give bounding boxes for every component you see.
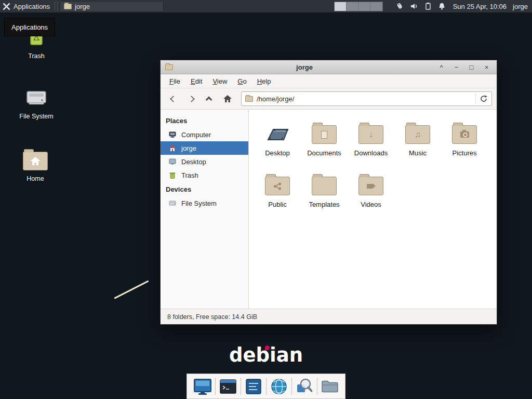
menu-bar: File Edit View Go Help: [161, 74, 497, 88]
places-header: Places: [161, 113, 248, 128]
chevron-left-icon: [170, 96, 177, 102]
taskbar-window-label: jorge: [75, 3, 90, 10]
taskbar-window-button[interactable]: jorge: [60, 1, 164, 12]
dock-display-settings[interactable]: [192, 375, 214, 398]
document-emblem-icon: [321, 131, 327, 139]
bottom-dock: [187, 374, 345, 399]
folder-item-videos[interactable]: Videos: [348, 171, 394, 208]
folder-label: Pictures: [453, 149, 477, 157]
folder-label: Public: [268, 201, 286, 208]
top-panel: Applications jorge: [0, 0, 532, 13]
folder-item-pictures[interactable]: Pictures: [441, 120, 488, 157]
menu-help[interactable]: Help: [252, 75, 276, 87]
forward-button[interactable]: [183, 91, 199, 106]
window-body: Places Computer: [161, 110, 497, 309]
path-bar: [241, 91, 492, 106]
sidebar-item-file-system[interactable]: File System: [161, 196, 248, 210]
path-folder-icon: [245, 96, 253, 102]
folder-item-music[interactable]: ♫ Music: [394, 120, 441, 157]
applications-tooltip: Applications: [4, 18, 55, 36]
window-titlebar[interactable]: jorge ^ − □ ×: [161, 60, 497, 74]
mouse-icon[interactable]: [395, 2, 404, 10]
devices-header: Devices: [161, 182, 248, 196]
share-emblem-icon: [273, 182, 282, 190]
drive-icon: [25, 87, 48, 108]
chevron-right-icon: [188, 96, 195, 102]
chevron-up-icon: [205, 96, 212, 103]
desktop-icon-file-system[interactable]: File System: [11, 87, 61, 120]
menu-file[interactable]: File: [164, 75, 185, 87]
desktop-icon-home[interactable]: Home: [10, 152, 60, 182]
console-icon: [244, 377, 263, 396]
folder-icon: [312, 125, 337, 144]
up-button[interactable]: [202, 91, 217, 106]
sidebar-item-trash[interactable]: Trash: [161, 168, 248, 182]
maximize-button[interactable]: □: [466, 61, 477, 74]
menu-go[interactable]: Go: [232, 75, 251, 87]
window-title: jorge: [177, 63, 432, 71]
wallpaper-scratch-line: [114, 280, 149, 299]
dock-web-browser[interactable]: [268, 375, 290, 398]
status-bar: 8 folders, Free space: 14.4 GiB: [161, 309, 497, 324]
dock-separator: [317, 378, 317, 395]
workspace-4[interactable]: [370, 2, 382, 11]
notifications-bell-icon[interactable]: [438, 2, 446, 10]
file-manager-window: jorge ^ − □ × File Edit View Go Help: [160, 60, 497, 325]
folder-icon: [312, 177, 337, 195]
sidebar-item-label: jorge: [181, 144, 196, 152]
dock-terminal[interactable]: [217, 375, 239, 398]
drive-icon: [168, 199, 177, 207]
window-folder-icon: [165, 64, 173, 70]
dock-console[interactable]: [243, 375, 264, 398]
debian-logo: debian: [229, 344, 303, 366]
folder-label: Documents: [307, 149, 341, 157]
path-input[interactable]: [257, 95, 472, 103]
sidebar-item-desktop[interactable]: Desktop: [161, 155, 248, 168]
desk-icon: [264, 122, 291, 144]
folder-icon: [358, 177, 383, 195]
panel-username[interactable]: jorge: [513, 3, 528, 10]
sidebar-item-label: File System: [181, 200, 217, 207]
sidebar-item-computer[interactable]: Computer: [161, 128, 248, 141]
dock-separator: [266, 378, 267, 395]
computer-icon: [168, 130, 177, 139]
dock-app-finder[interactable]: [294, 375, 315, 398]
sidebar-item-jorge[interactable]: jorge: [161, 141, 248, 155]
folder-icon: [265, 177, 290, 195]
folder-item-downloads[interactable]: ↓ Downloads: [348, 120, 394, 157]
panel-handle[interactable]: [55, 2, 58, 10]
home-icon: [168, 144, 177, 152]
volume-icon[interactable]: [410, 2, 418, 10]
folder-item-public[interactable]: Public: [254, 171, 301, 208]
clipboard-icon[interactable]: [424, 2, 432, 10]
minimize-button[interactable]: −: [451, 61, 462, 74]
folder-icon: [64, 4, 72, 9]
refresh-icon: [480, 95, 488, 103]
applications-menu-button[interactable]: Applications: [0, 0, 54, 12]
workspace-3[interactable]: [358, 2, 370, 11]
folder-item-desktop[interactable]: Desktop: [254, 120, 301, 157]
menu-view[interactable]: View: [207, 75, 232, 87]
magnifier-icon: [295, 377, 314, 396]
desktop-icon-label: Home: [26, 175, 44, 182]
trash-icon: [168, 171, 177, 179]
folder-item-templates[interactable]: Templates: [301, 171, 348, 208]
close-button[interactable]: ×: [481, 61, 492, 74]
system-tray: [395, 2, 446, 10]
workspace-2[interactable]: [347, 2, 358, 11]
desktop-icon-label: Trash: [28, 52, 45, 60]
workspace-switcher: [334, 2, 383, 11]
dock-file-manager[interactable]: [319, 375, 341, 398]
sidebar-item-label: Computer: [181, 131, 211, 139]
back-button[interactable]: [165, 91, 181, 106]
refresh-button[interactable]: [475, 94, 488, 104]
home-button[interactable]: [220, 91, 235, 106]
folder-label: Music: [409, 149, 427, 157]
panel-clock[interactable]: Sun 25 Apr, 10:06: [453, 3, 507, 10]
folder-item-documents[interactable]: Documents: [301, 120, 348, 157]
display-icon: [193, 377, 212, 396]
shade-button[interactable]: ^: [436, 61, 447, 74]
menu-edit[interactable]: Edit: [185, 75, 207, 87]
workspace-1[interactable]: [335, 2, 347, 11]
sidebar-item-label: Trash: [181, 171, 198, 179]
